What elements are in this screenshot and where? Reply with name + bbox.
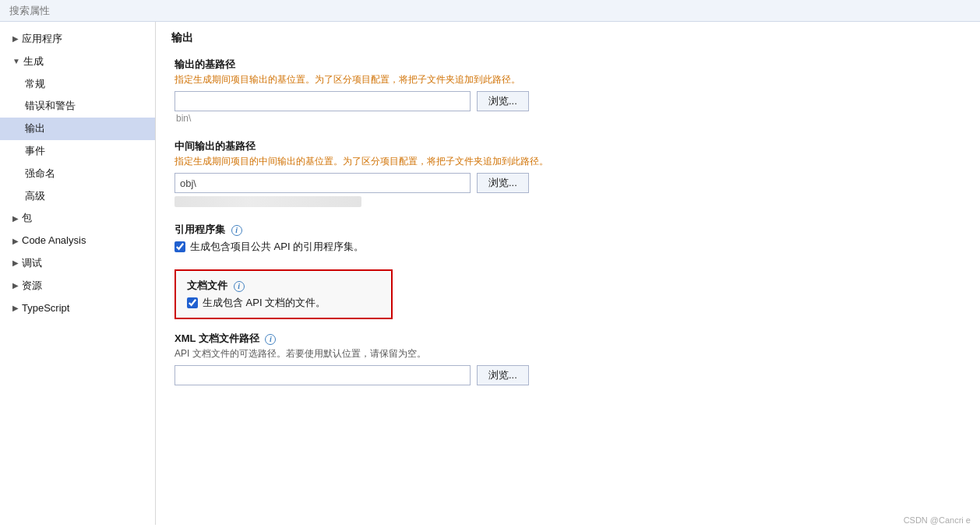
sidebar-item-app[interactable]: ▶ 应用程序 <box>0 28 155 51</box>
expand-arrow-icon: ▶ <box>12 257 19 269</box>
sidebar-item-build-errors[interactable]: 错误和警告 <box>0 95 155 118</box>
sidebar-item-code-analysis[interactable]: ▶ Code Analysis <box>0 230 155 252</box>
sidebar-item-build-general[interactable]: 常规 <box>0 73 155 96</box>
sidebar-item-build-output[interactable]: 输出 <box>0 118 155 140</box>
intermediate-base-path-row: 浏览... <box>174 173 961 193</box>
expand-arrow-icon: ▶ <box>12 280 19 292</box>
output-base-path-row: 浏览... <box>174 91 961 111</box>
sidebar: ▶ 应用程序 ▼ 生成 常规 错误和警告 输出 事件 强命名 高级 ▶ 包 <box>0 22 156 525</box>
expand-arrow-icon: ▼ <box>12 55 20 68</box>
intermediate-base-path-group: 中间输出的基路径 指定生成期间项目的中间输出的基位置。为了区分项目配置，将把子文… <box>174 139 961 207</box>
output-base-path-hint: bin\ <box>174 113 961 124</box>
sidebar-item-build-strong[interactable]: 强命名 <box>0 163 155 185</box>
doc-file-checkbox[interactable] <box>187 297 198 308</box>
sidebar-item-typescript[interactable]: ▶ TypeScript <box>0 297 155 320</box>
content-body: 输出的基路径 指定生成期间项目输出的基位置。为了区分项目配置，将把子文件夹追加到… <box>156 51 980 420</box>
xml-doc-path-browse-button[interactable]: 浏览... <box>477 365 529 385</box>
watermark: CSDN @Cancri e <box>904 515 971 525</box>
output-base-path-desc: 指定生成期间项目输出的基位置。为了区分项目配置，将把子文件夹追加到此路径。 <box>174 73 961 86</box>
xml-doc-path-label: XML 文档文件路径 i <box>174 332 961 346</box>
ref-assembly-checkbox-label[interactable]: 生成包含项目公共 API 的引用程序集。 <box>190 240 364 254</box>
xml-doc-path-desc: API 文档文件的可选路径。若要使用默认位置，请保留为空。 <box>174 347 961 360</box>
expand-arrow-icon: ▶ <box>12 33 19 45</box>
ref-assembly-group: 引用程序集 i 生成包含项目公共 API 的引用程序集。 <box>174 223 961 254</box>
xml-doc-path-info-icon[interactable]: i <box>265 334 276 345</box>
xml-doc-path-row: 浏览... <box>174 365 961 385</box>
output-base-path-browse-button[interactable]: 浏览... <box>477 91 529 111</box>
output-base-path-input[interactable] <box>174 91 471 111</box>
doc-file-checkbox-label[interactable]: 生成包含 API 文档的文件。 <box>203 296 326 310</box>
ref-assembly-checkbox-row: 生成包含项目公共 API 的引用程序集。 <box>174 240 961 254</box>
expand-arrow-icon: ▶ <box>12 213 19 225</box>
xml-doc-path-input[interactable] <box>174 365 471 385</box>
doc-file-info-icon[interactable]: i <box>234 281 245 292</box>
blurred-content-bar <box>174 196 361 207</box>
search-input[interactable] <box>9 5 165 16</box>
sidebar-item-build-advanced[interactable]: 高级 <box>0 185 155 208</box>
intermediate-base-path-input[interactable] <box>174 173 471 193</box>
sidebar-item-package[interactable]: ▶ 包 <box>0 207 155 230</box>
ref-assembly-label: 引用程序集 i <box>174 223 961 237</box>
output-base-path-label: 输出的基路径 <box>174 58 961 72</box>
ref-assembly-checkbox[interactable] <box>174 241 185 252</box>
doc-file-label: 文档文件 i <box>187 279 380 293</box>
intermediate-base-path-label: 中间输出的基路径 <box>174 139 961 153</box>
doc-file-box: 文档文件 i 生成包含 API 文档的文件。 <box>174 269 393 319</box>
doc-file-checkbox-row: 生成包含 API 文档的文件。 <box>187 296 380 310</box>
sidebar-item-debug[interactable]: ▶ 调试 <box>0 252 155 275</box>
intermediate-base-path-desc: 指定生成期间项目的中间输出的基位置。为了区分项目配置，将把子文件夹追加到此路径。 <box>174 155 961 168</box>
sidebar-item-resources[interactable]: ▶ 资源 <box>0 275 155 297</box>
sidebar-item-build[interactable]: ▼ 生成 <box>0 51 155 73</box>
search-bar <box>0 0 980 22</box>
expand-arrow-icon: ▶ <box>12 235 19 248</box>
xml-doc-path-group: XML 文档文件路径 i API 文档文件的可选路径。若要使用默认位置，请保留为… <box>174 332 961 385</box>
intermediate-base-path-browse-button[interactable]: 浏览... <box>477 173 529 193</box>
ref-assembly-info-icon[interactable]: i <box>231 225 242 236</box>
sidebar-item-build-events[interactable]: 事件 <box>0 140 155 163</box>
content-area: 输出 输出的基路径 指定生成期间项目输出的基位置。为了区分项目配置，将把子文件夹… <box>156 22 980 525</box>
section-title: 输出 <box>156 22 980 51</box>
expand-arrow-icon: ▶ <box>12 302 19 315</box>
output-base-path-group: 输出的基路径 指定生成期间项目输出的基位置。为了区分项目配置，将把子文件夹追加到… <box>174 58 961 124</box>
